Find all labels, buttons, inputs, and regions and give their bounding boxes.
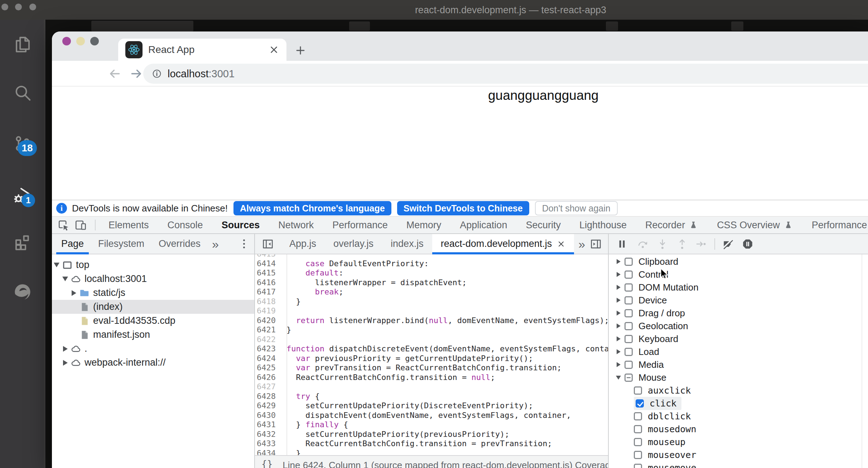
tree-item-top[interactable]: top <box>52 258 254 272</box>
devtools-tab-network[interactable]: Network <box>269 217 323 233</box>
navigator-tab-page[interactable]: Page <box>54 234 91 254</box>
activity-bar-item-edge-browser[interactable] <box>0 276 45 308</box>
checkbox-off[interactable] <box>625 348 633 356</box>
window-close-icon[interactable] <box>1 4 8 10</box>
disclosure-right-icon[interactable] <box>61 346 69 352</box>
checkbox-mixed[interactable] <box>625 374 633 382</box>
editor-tab-App-js[interactable]: App.js <box>281 234 325 254</box>
checkbox-off[interactable] <box>625 270 633 279</box>
pause-on-exceptions-icon[interactable] <box>742 238 754 250</box>
new-tab-button[interactable] <box>295 45 306 56</box>
deactivate-breakpoints-icon[interactable] <box>722 238 734 250</box>
disclosure-down-icon[interactable] <box>53 263 61 267</box>
pretty-print-icon[interactable]: {} <box>261 459 273 468</box>
more-tabs-chevron[interactable]: » <box>574 238 589 250</box>
disclosure-right-icon[interactable] <box>614 298 622 303</box>
pause-icon[interactable] <box>616 238 628 250</box>
checkbox-off[interactable] <box>634 412 642 420</box>
disclosure-right-icon[interactable] <box>614 272 622 277</box>
checkbox-off[interactable] <box>625 309 633 317</box>
breakpoint-category-device[interactable]: Device <box>609 294 868 307</box>
breakpoint-category-dom-mutation[interactable]: DOM Mutation <box>609 281 868 294</box>
checkbox-off[interactable] <box>634 451 642 459</box>
breakpoint-category-mouse[interactable]: Mouse <box>609 371 868 384</box>
navigator-tab-overrides[interactable]: Overrides <box>151 234 208 254</box>
checkbox-off[interactable] <box>634 425 642 433</box>
disclosure-right-icon[interactable] <box>61 360 69 366</box>
breakpoint-event-mouseover[interactable]: mouseover <box>609 448 868 461</box>
devtools-tab-security[interactable]: Security <box>516 217 570 233</box>
breakpoint-category-control[interactable]: Control <box>609 268 868 281</box>
devtools-tab-recorder[interactable]: Recorder <box>636 217 708 233</box>
hide-navigator-icon[interactable] <box>261 238 274 250</box>
disclosure-right-icon[interactable] <box>614 259 622 264</box>
device-toolbar-icon[interactable] <box>74 219 87 231</box>
checkbox-off[interactable] <box>625 296 633 304</box>
tree-item-static-js[interactable]: static/js <box>52 286 254 300</box>
window-zoom-icon[interactable] <box>29 4 36 10</box>
breakpoint-event-dblclick[interactable]: dblclick <box>609 410 868 423</box>
breakpoint-event-click[interactable]: click <box>609 397 868 410</box>
inspect-element-icon[interactable] <box>57 219 70 231</box>
devtools-tab-console[interactable]: Console <box>158 217 212 233</box>
checkbox-off[interactable] <box>634 386 642 395</box>
site-info-icon[interactable] <box>152 69 162 79</box>
breakpoint-event-auxclick[interactable]: auxclick <box>609 384 868 397</box>
breakpoint-category-geolocation[interactable]: Geolocation <box>609 320 868 332</box>
breakpoint-event-mouseup[interactable]: mouseup <box>609 435 868 448</box>
devtools-tab-performance-insights[interactable]: Performance insights <box>802 217 868 233</box>
tree-item-eval-1dd43535-cdp[interactable]: eval-1dd43535.cdp <box>52 314 254 328</box>
checkbox-off[interactable] <box>625 361 633 369</box>
browser-tab[interactable]: React App <box>118 39 286 61</box>
address-bar[interactable]: localhost:3001 <box>143 64 868 84</box>
breakpoint-category-keyboard[interactable]: Keyboard <box>609 332 868 345</box>
navigator-tab-filesystem[interactable]: Filesystem <box>91 234 151 254</box>
breakpoint-category-load[interactable]: Load <box>609 345 868 358</box>
browser-close-icon[interactable] <box>62 37 71 45</box>
disclosure-right-icon[interactable] <box>614 362 622 367</box>
forward-button[interactable] <box>130 67 143 80</box>
checkbox-off[interactable] <box>625 322 633 330</box>
breakpoint-event-mousemove[interactable]: mousemove <box>609 461 868 468</box>
devtools-tab-css-overview[interactable]: CSS Overview <box>708 217 802 233</box>
breakpoint-category-clipboard[interactable]: Clipboard <box>609 255 868 268</box>
devtools-tab-lighthouse[interactable]: Lighthouse <box>570 217 636 233</box>
devtools-tab-sources[interactable]: Sources <box>212 217 269 233</box>
activity-bar-item-explorer[interactable] <box>0 28 45 60</box>
browser-zoom-icon[interactable] <box>90 37 99 45</box>
checkbox-off[interactable] <box>625 335 633 343</box>
activity-bar-item-search[interactable] <box>0 77 45 109</box>
banner-button[interactable]: Don't show again <box>535 201 618 215</box>
disclosure-down-icon[interactable] <box>61 277 69 281</box>
disclosure-right-icon[interactable] <box>614 349 622 354</box>
tree-item--[interactable]: . <box>52 342 254 356</box>
devtools-tab-elements[interactable]: Elements <box>99 217 158 233</box>
editor-tab-index-js[interactable]: index.js <box>382 234 432 254</box>
tree-item-manifest-json[interactable]: manifest.json <box>52 328 254 342</box>
disclosure-right-icon[interactable] <box>70 290 78 296</box>
scrollbar[interactable] <box>862 254 862 468</box>
breakpoint-event-mousedown[interactable]: mousedown <box>609 423 868 435</box>
more-tabs-chevron[interactable]: » <box>208 238 223 250</box>
breakpoint-category-drag-drop[interactable]: Drag / drop <box>609 307 868 320</box>
disclosure-down-icon[interactable] <box>614 376 622 380</box>
activity-bar-item-run-and-debug[interactable] <box>0 179 45 211</box>
tree-item-localhost-3001[interactable]: localhost:3001 <box>52 272 254 286</box>
devtools-tab-performance[interactable]: Performance <box>323 217 397 233</box>
devtools-tab-application[interactable]: Application <box>450 217 516 233</box>
tree-item--index-[interactable]: (index) <box>52 300 254 314</box>
tab-close-icon[interactable] <box>269 44 279 55</box>
disclosure-right-icon[interactable] <box>614 323 622 328</box>
checkbox-off[interactable] <box>634 438 642 446</box>
editor-tab-react-dom-development-js[interactable]: react-dom.development.js <box>432 234 574 254</box>
disclosure-right-icon[interactable] <box>614 336 622 341</box>
checkbox-off[interactable] <box>625 283 633 292</box>
breakpoint-category-media[interactable]: Media <box>609 358 868 371</box>
checkbox-on[interactable] <box>636 399 644 408</box>
window-minimize-icon[interactable] <box>15 4 22 10</box>
more-options-icon[interactable] <box>243 239 245 248</box>
disclosure-right-icon[interactable] <box>614 311 622 316</box>
activity-bar-item-extensions[interactable] <box>0 226 45 258</box>
banner-button[interactable]: Always match Chrome's language <box>233 201 391 215</box>
code-editor[interactable]: 64136414 case DefaultEventPriority:6415 … <box>255 254 608 468</box>
